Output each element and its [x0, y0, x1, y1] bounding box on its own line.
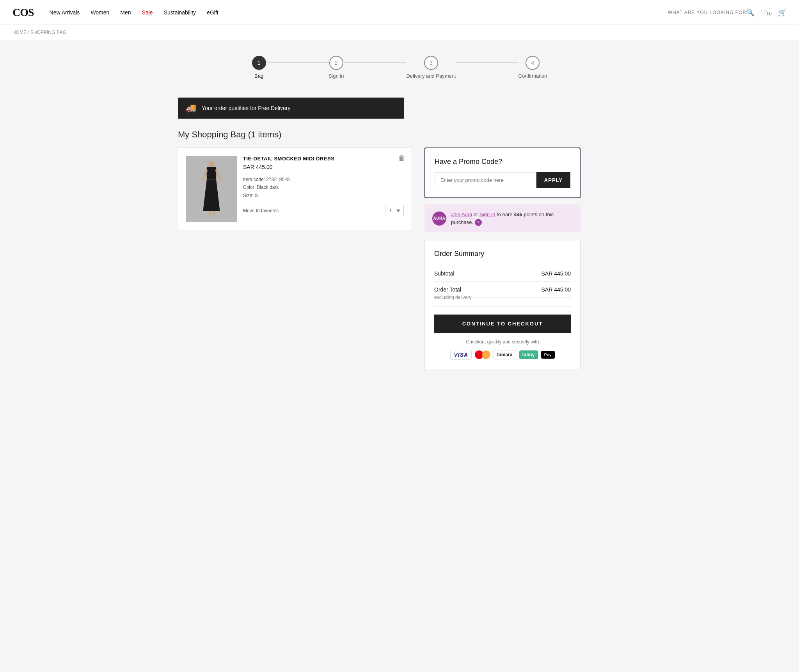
nav-women[interactable]: Women	[91, 9, 109, 16]
nav-egift[interactable]: eGift	[207, 9, 218, 16]
item-code: Item code: 273219548	[243, 176, 404, 183]
step-line-1	[266, 62, 328, 63]
mastercard-logo	[475, 350, 490, 360]
aura-help-icon[interactable]: ?	[475, 219, 482, 226]
header: COS New Arrivals Women Men Sale Sustaina…	[0, 0, 799, 25]
step-circle-4: 4	[526, 56, 540, 70]
promo-code-input[interactable]	[435, 172, 536, 188]
visa-logo: VISA	[450, 350, 472, 360]
aura-join-link[interactable]: Join Aura	[451, 212, 472, 217]
tabby-logo: tabby	[519, 350, 538, 359]
cart-left-column: TIE-DETAIL SMOCKED MIDI DRESS SAR 445.00…	[178, 148, 412, 230]
svg-line-6	[216, 171, 220, 180]
step-label-1: Bag	[254, 73, 263, 79]
secure-checkout-text: Checkout quickly and securely with	[434, 339, 571, 345]
total-label: Order Total	[434, 286, 461, 293]
delete-item-button[interactable]: 🗑	[398, 154, 405, 162]
svg-point-0	[209, 161, 215, 167]
step-line-3	[456, 62, 518, 63]
breadcrumb-home[interactable]: HOME	[12, 30, 27, 35]
nav-sale[interactable]: Sale	[142, 9, 153, 16]
content-layout: TIE-DETAIL SMOCKED MIDI DRESS SAR 445.00…	[178, 148, 621, 370]
aura-or-text: or	[472, 212, 479, 217]
wishlist-badge: (1)	[767, 11, 772, 16]
subtotal-label: Subtotal	[434, 270, 454, 277]
header-actions: 🔍 ♡(1) 🛒	[668, 8, 787, 17]
main-nav: New Arrivals Women Men Sale Sustainabili…	[50, 9, 668, 16]
payment-icons: VISA tamara tabby P	[434, 349, 571, 360]
cart-right-column: Have a Promo Code? APPLY AURA Join Aura …	[424, 148, 581, 370]
quantity-select[interactable]: 1 2 3 4 5	[385, 205, 404, 216]
main-content: 1 Bag 2 Sign in 3 Delivery and Payment 4…	[165, 40, 634, 386]
step-circle-1: 1	[252, 56, 266, 70]
cart-item: TIE-DETAIL SMOCKED MIDI DRESS SAR 445.00…	[178, 148, 412, 230]
applepay-payment-icon: Pay	[541, 349, 555, 360]
applepay-logo: Pay	[541, 351, 555, 359]
promo-code-box: Have a Promo Code? APPLY	[424, 148, 581, 198]
total-value: SAR 445.00	[542, 286, 571, 293]
breadcrumb-current: SHOPPING BAG	[30, 30, 66, 35]
tabby-payment-icon: tabby	[519, 349, 538, 360]
breadcrumb: HOME / SHOPPING BAG	[0, 25, 799, 40]
promo-title: Have a Promo Code?	[435, 158, 570, 166]
wishlist-icon[interactable]: ♡(1)	[761, 8, 772, 17]
trash-icon: 🗑	[398, 154, 405, 162]
aura-text-suffix: to earn	[495, 212, 514, 217]
breadcrumb-separator: /	[27, 30, 30, 35]
nav-new-arrivals[interactable]: New Arrivals	[50, 9, 80, 16]
promo-apply-button[interactable]: APPLY	[536, 172, 570, 188]
free-delivery-banner: 🚚 Your order qualifies for Free Delivery	[178, 98, 404, 119]
step-bag: 1 Bag	[252, 56, 266, 79]
step-circle-3: 3	[424, 56, 438, 70]
subtotal-value: SAR 445.00	[542, 270, 571, 277]
item-image	[186, 156, 237, 222]
step-signin: 2 Sign in	[328, 56, 344, 79]
mastercard-payment-icon	[475, 349, 490, 360]
brand-logo[interactable]: COS	[12, 6, 34, 19]
search-bar[interactable]: 🔍	[668, 8, 755, 17]
tamara-payment-icon: tamara	[494, 349, 516, 360]
step-confirmation: 4 Confirmation	[518, 56, 547, 79]
visa-payment-icon: VISA	[450, 349, 472, 360]
bag-icon[interactable]: 🛒	[778, 8, 787, 17]
item-color: Color: Black dark	[243, 183, 404, 191]
aura-signin-link[interactable]: Sign In	[479, 212, 495, 217]
summary-subtotal-row: Subtotal SAR 445.00	[434, 266, 571, 282]
search-icon[interactable]: 🔍	[746, 8, 755, 17]
svg-rect-2	[208, 167, 210, 171]
svg-rect-3	[214, 167, 216, 171]
svg-line-5	[202, 171, 207, 180]
step-circle-2: 2	[329, 56, 343, 70]
nav-men[interactable]: Men	[120, 9, 131, 16]
item-details: TIE-DETAIL SMOCKED MIDI DRESS SAR 445.00…	[243, 156, 404, 222]
aura-logo: AURA	[432, 212, 446, 226]
checkout-steps: 1 Bag 2 Sign in 3 Delivery and Payment 4…	[178, 56, 621, 79]
svg-rect-7	[209, 211, 211, 215]
aura-box: AURA Join Aura or Sign In to earn 445 po…	[424, 204, 581, 232]
delivery-text: Your order qualifies for Free Delivery	[202, 105, 290, 111]
tamara-logo: tamara	[494, 350, 516, 359]
excluding-delivery-text: excluding delivery	[434, 295, 571, 307]
step-delivery: 3 Delivery and Payment	[406, 56, 456, 79]
svg-rect-8	[213, 211, 215, 215]
mc-right-circle	[482, 350, 490, 359]
aura-points: 445	[514, 212, 522, 217]
step-line-2	[344, 62, 406, 63]
aura-text: Join Aura or Sign In to earn 445 points …	[451, 211, 573, 226]
search-input[interactable]	[668, 10, 746, 15]
step-label-2: Sign in	[328, 73, 344, 79]
nav-sustainability[interactable]: Sustainability	[164, 9, 196, 16]
delivery-truck-icon: 🚚	[186, 103, 196, 113]
svg-marker-4	[203, 180, 220, 211]
item-size: Size: S	[243, 192, 404, 199]
step-label-4: Confirmation	[518, 73, 547, 79]
dress-image-svg	[198, 160, 225, 218]
move-to-favorites-button[interactable]: Move to favorites	[243, 208, 279, 213]
step-label-3: Delivery and Payment	[406, 73, 456, 79]
checkout-button[interactable]: CONTINUE TO CHECKOUT	[434, 315, 571, 333]
item-price: SAR 445.00	[243, 164, 404, 170]
item-meta: Item code: 273219548 Color: Black dark S…	[243, 176, 404, 199]
promo-input-row: APPLY	[435, 172, 570, 188]
item-actions: Move to favorites 1 2 3 4 5	[243, 205, 404, 216]
order-summary: Order Summary Subtotal SAR 445.00 Order …	[424, 240, 581, 370]
